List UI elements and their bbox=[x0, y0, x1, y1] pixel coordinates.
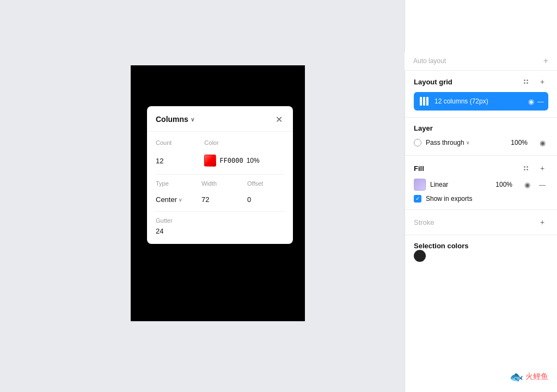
watermark-icon: 🐟 bbox=[510, 370, 523, 383]
columns-popup: Columns ∨ ✕ Count Color 12 FF0000 bbox=[147, 106, 293, 244]
fill-add-button[interactable] bbox=[536, 162, 548, 174]
width-value: 72 bbox=[201, 195, 209, 204]
layout-grid-header: Layout grid bbox=[414, 76, 548, 88]
selection-color-row bbox=[414, 250, 548, 262]
type-value-container[interactable]: Center ∨ bbox=[156, 195, 193, 204]
stroke-title: Stroke bbox=[414, 218, 434, 226]
count-label: Count bbox=[156, 139, 195, 146]
watermark-text: 火鲤鱼 bbox=[525, 372, 548, 382]
type-value-text: Center bbox=[156, 195, 177, 204]
fill-section: Fill Linear 100% bbox=[405, 156, 557, 210]
offset-value: 0 bbox=[247, 195, 251, 204]
popup-body: Count Color 12 FF0000 10% Type bbox=[147, 132, 293, 244]
divider-1 bbox=[156, 174, 284, 175]
layout-grid-actions bbox=[520, 76, 548, 88]
fill-row: Linear 100% bbox=[414, 179, 548, 191]
close-icon: ✕ bbox=[276, 114, 283, 125]
width-value-col: 72 bbox=[201, 195, 238, 204]
popup-chevron-icon: ∨ bbox=[191, 117, 194, 122]
selection-swatch[interactable] bbox=[414, 250, 426, 262]
selection-title: Selection colors bbox=[414, 242, 548, 250]
layout-grid-add-button[interactable] bbox=[536, 76, 548, 88]
layer-section: Layer Pass through ∨ 100% bbox=[405, 118, 557, 156]
type-labels-row: Type Width Offset bbox=[156, 180, 284, 190]
color-value-col: FF0000 10% bbox=[204, 155, 284, 167]
show-exports-checkbox[interactable]: ✓ bbox=[414, 195, 421, 203]
auto-layout-row: Auto layout + bbox=[413, 56, 548, 66]
grid-eye-icon[interactable] bbox=[528, 97, 534, 106]
fill-actions bbox=[520, 162, 548, 174]
stroke-header: Stroke bbox=[414, 216, 548, 228]
layer-eye-icon bbox=[540, 138, 546, 147]
color-label: Color bbox=[204, 139, 284, 146]
stroke-add-button[interactable] bbox=[536, 216, 548, 228]
type-label: Type bbox=[156, 180, 193, 187]
popup-header: Columns ∨ ✕ bbox=[147, 106, 293, 132]
fill-dots-button[interactable] bbox=[520, 162, 532, 174]
color-hex: FF0000 bbox=[219, 157, 243, 164]
layout-grid-dots-button[interactable] bbox=[520, 76, 532, 88]
blend-chevron-icon: ∨ bbox=[466, 140, 470, 145]
grid-label: 12 columns (72px) bbox=[434, 97, 524, 105]
grid-remove-icon[interactable] bbox=[537, 97, 544, 106]
offset-value-col: 0 bbox=[247, 195, 284, 204]
color-row: FF0000 10% bbox=[204, 155, 284, 167]
auto-layout-plus-icon[interactable]: + bbox=[543, 56, 548, 66]
right-panel: Auto layout + Layout grid bbox=[405, 0, 557, 392]
blend-label: Pass through bbox=[426, 139, 464, 146]
fill-title: Fill bbox=[414, 164, 424, 173]
fill-remove-button[interactable] bbox=[536, 179, 548, 191]
offset-label-col: Offset bbox=[247, 180, 284, 190]
layer-blend-mode[interactable]: Pass through ∨ bbox=[426, 139, 506, 146]
selection-colors-section: Selection colors bbox=[405, 235, 557, 268]
width-label: Width bbox=[201, 180, 238, 187]
fill-swatch[interactable] bbox=[414, 179, 426, 191]
fill-item-actions bbox=[521, 179, 548, 191]
auto-layout-label: Auto layout bbox=[413, 57, 446, 65]
layout-grid-title: Layout grid bbox=[414, 78, 452, 86]
type-values-row: Center ∨ 72 0 bbox=[156, 195, 284, 204]
width-label-col: Width bbox=[201, 180, 238, 190]
layer-circle-icon bbox=[414, 139, 421, 146]
popup-title-container[interactable]: Columns ∨ bbox=[156, 115, 194, 124]
count-value-col: 12 bbox=[156, 157, 195, 165]
stroke-plus-icon bbox=[540, 218, 544, 226]
gutter-value: 24 bbox=[156, 227, 163, 235]
layer-title: Layer bbox=[414, 124, 433, 132]
layer-eye-button[interactable] bbox=[536, 137, 548, 149]
fill-plus-icon bbox=[540, 164, 544, 173]
show-exports-label: Show in exports bbox=[426, 195, 472, 203]
layer-row: Pass through ∨ 100% bbox=[414, 137, 548, 149]
dots-grid-icon bbox=[524, 79, 529, 84]
auto-layout-hint: Auto layout + bbox=[405, 52, 557, 71]
type-label-col: Type bbox=[156, 180, 193, 190]
plus-icon bbox=[540, 77, 544, 86]
fill-dots-icon bbox=[524, 166, 529, 171]
fill-label: Linear bbox=[430, 181, 491, 188]
type-chevron-icon: ∨ bbox=[179, 197, 182, 203]
color-swatch[interactable] bbox=[204, 155, 216, 167]
layer-header: Layer bbox=[414, 124, 548, 132]
divider-2 bbox=[156, 211, 284, 212]
layout-grid-section: Layout grid 12 columns (72px) bbox=[405, 69, 557, 118]
grid-row-item[interactable]: 12 columns (72px) bbox=[414, 92, 548, 111]
fill-eye-button[interactable] bbox=[521, 179, 533, 191]
popup-close-button[interactable]: ✕ bbox=[273, 114, 284, 125]
gutter-label: Gutter bbox=[156, 217, 284, 224]
popup-title-text: Columns bbox=[156, 115, 188, 124]
watermark: 🐟 火鲤鱼 bbox=[510, 370, 548, 383]
layer-opacity: 100% bbox=[511, 139, 528, 146]
offset-label: Offset bbox=[247, 180, 284, 187]
fill-eye-icon bbox=[524, 180, 530, 189]
checkbox-check-icon: ✓ bbox=[415, 196, 420, 201]
color-col: Color bbox=[204, 139, 284, 149]
stroke-section: Stroke bbox=[405, 210, 557, 235]
form-labels-row: Count Color bbox=[156, 139, 284, 149]
form-values-row: 12 FF0000 10% bbox=[156, 155, 284, 167]
fill-header: Fill bbox=[414, 162, 548, 174]
fill-minus-icon bbox=[539, 180, 546, 189]
grid-row-actions bbox=[528, 97, 544, 106]
show-exports-row[interactable]: ✓ Show in exports bbox=[414, 195, 548, 203]
count-value: 12 bbox=[156, 157, 163, 165]
fill-opacity: 100% bbox=[495, 181, 512, 188]
